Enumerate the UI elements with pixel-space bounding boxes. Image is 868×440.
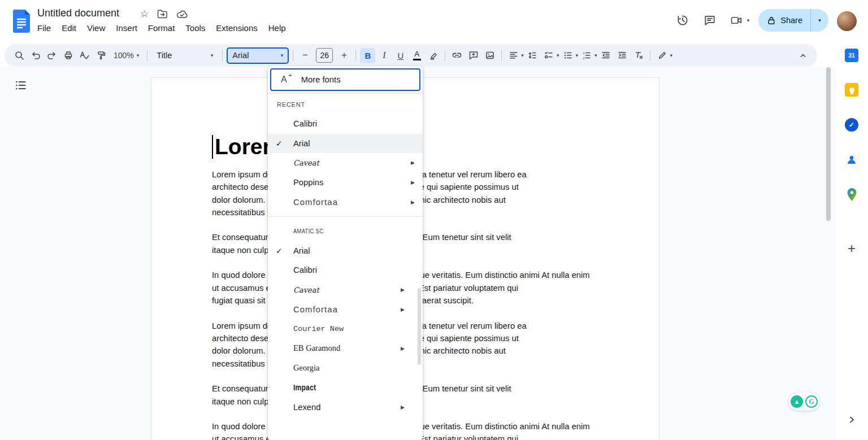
font-menu-item[interactable]: ✓ Comfortaa ▶ (268, 192, 423, 212)
font-menu-item[interactable]: ✓ Courier New ▶ (268, 319, 423, 339)
style-value: Title (157, 51, 172, 60)
menu-item[interactable]: Edit (62, 23, 76, 33)
version-history-icon[interactable] (674, 11, 692, 29)
share-button[interactable]: Share ▾ (758, 9, 828, 32)
menu-item[interactable]: Help (268, 23, 286, 33)
increase-indent-icon[interactable] (614, 48, 630, 63)
chevron-down-icon: ▾ (594, 53, 597, 58)
undo-icon[interactable] (28, 48, 43, 63)
paint-format-icon[interactable] (93, 48, 108, 63)
decrease-font-size-button[interactable]: − (297, 48, 313, 63)
font-name: Impact (293, 383, 316, 392)
get-addons-icon[interactable]: + (845, 242, 858, 255)
font-menu-item[interactable]: ✓ Calibri ▶ (268, 260, 423, 280)
font-menu-item[interactable]: ✓ Amatic SC ▶ (268, 221, 423, 241)
join-call-button[interactable]: ▾ (728, 11, 750, 29)
cloud-status-icon[interactable] (176, 10, 188, 19)
font-menu-item[interactable]: ✓ Poppins ▶ (268, 173, 423, 193)
font-name: Georgia (293, 363, 319, 373)
font-menu-item[interactable]: ✓ Arial ▶ (268, 134, 423, 154)
font-menu-item[interactable]: ✓ Lexend ▶ (268, 397, 423, 417)
insert-link-icon[interactable] (449, 48, 465, 63)
checklist-select[interactable]: ▾ (541, 48, 559, 63)
submenu-arrow-icon: ▶ (401, 287, 405, 293)
star-icon[interactable]: ☆ (140, 9, 149, 19)
google-docs-app: Untitled document ☆ FileEditViewInsertFo… (0, 0, 868, 440)
account-avatar[interactable] (837, 11, 857, 31)
chevron-down-icon: ▾ (747, 18, 750, 23)
spellcheck-icon[interactable] (77, 48, 92, 63)
font-name: Courier New (293, 325, 344, 333)
chevron-down-icon: ▾ (137, 53, 140, 58)
maps-icon[interactable] (845, 188, 858, 201)
menu-item[interactable]: File (37, 23, 51, 33)
font-name: Comfortaa (293, 198, 338, 207)
clear-formatting-icon[interactable] (631, 48, 646, 63)
dropdown-scrollbar[interactable] (418, 288, 421, 365)
menu-item[interactable]: View (87, 23, 105, 33)
insert-image-icon[interactable] (482, 48, 497, 63)
move-folder-icon[interactable] (157, 9, 168, 19)
font-menu-item[interactable]: ✓ EB Garamond ▶ (268, 339, 423, 359)
share-dropdown-button[interactable]: ▾ (810, 9, 828, 32)
numbered-list-select[interactable]: 12 ▾ (579, 48, 597, 63)
paragraph-style-select[interactable]: Title ▾ (151, 48, 218, 63)
font-menu-item[interactable]: ✓ Impact ▶ (268, 378, 423, 398)
font-name: Amatic SC (293, 228, 323, 234)
keep-icon[interactable] (845, 83, 858, 97)
submenu-arrow-icon: ▶ (401, 307, 405, 312)
zoom-select[interactable]: 100% ▾ (110, 48, 143, 63)
search-menus-icon[interactable] (11, 48, 27, 63)
font-family-select[interactable]: Arial ▾ (227, 47, 289, 64)
font-menu-item[interactable]: ✓ Caveat ▶ (268, 153, 423, 173)
add-comment-icon[interactable] (466, 48, 481, 63)
redo-icon[interactable] (44, 48, 59, 63)
tasks-icon[interactable]: ✓ (845, 118, 858, 132)
submenu-arrow-icon: ▶ (411, 160, 415, 165)
video-camera-icon (728, 11, 746, 29)
calendar-icon[interactable]: 31 (845, 49, 858, 62)
contacts-icon[interactable] (845, 153, 858, 167)
document-title[interactable]: Untitled document (37, 7, 119, 19)
font-size-input[interactable]: 26 (316, 48, 333, 63)
grammarly-widget[interactable]: ▲ G (789, 393, 819, 411)
font-menu-item[interactable]: ✓ Arial ▶ (268, 241, 423, 261)
menu-item[interactable]: Extensions (216, 23, 257, 33)
underline-button[interactable]: U (393, 48, 408, 63)
svg-text:1: 1 (583, 51, 585, 55)
decrease-indent-icon[interactable] (598, 48, 613, 63)
bulleted-list-select[interactable]: ▾ (560, 48, 578, 63)
font-menu-item[interactable]: ✓ Caveat ▶ (268, 280, 423, 300)
docs-logo-icon[interactable] (13, 10, 30, 33)
font-dropdown-menu: A+ More fonts RECENT ✓ Calibri ▶ ✓ Arial… (268, 66, 423, 440)
italic-button[interactable]: I (376, 48, 392, 63)
font-menu-item[interactable]: ✓ Calibri ▶ (268, 114, 423, 134)
chevron-down-icon: ▾ (281, 53, 284, 58)
highlight-color-icon[interactable] (426, 48, 441, 63)
font-name: Comfortaa (293, 305, 338, 314)
text-color-button[interactable]: A (409, 48, 424, 63)
grammarly-suggestion-icon[interactable]: ▲ (791, 395, 803, 408)
print-icon[interactable] (60, 48, 76, 63)
bold-button[interactable]: B (360, 48, 375, 63)
hide-menus-icon[interactable] (795, 48, 810, 63)
comments-icon[interactable] (701, 11, 719, 29)
submenu-arrow-icon: ▶ (411, 180, 415, 185)
menu-item[interactable]: Tools (185, 23, 205, 33)
show-outline-icon[interactable] (15, 80, 27, 91)
font-menu-item[interactable]: ✓ Comfortaa ▶ (268, 299, 423, 319)
font-menu-item[interactable]: ✓ Georgia ▶ (268, 358, 423, 378)
align-select[interactable]: ▾ (506, 48, 524, 63)
menu-item[interactable]: Format (148, 23, 175, 33)
grammarly-g-icon[interactable]: G (805, 395, 818, 408)
menu-item[interactable]: Insert (116, 23, 137, 33)
align-left-icon (506, 48, 521, 63)
chevron-down-icon: ▾ (521, 53, 524, 58)
show-side-panel-icon[interactable] (845, 413, 858, 426)
line-spacing-icon[interactable] (525, 48, 540, 63)
editing-mode-select[interactable]: ▾ (654, 48, 672, 63)
font-name: Arial (293, 139, 310, 148)
vertical-scrollbar[interactable] (826, 67, 831, 221)
increase-font-size-button[interactable]: + (336, 48, 351, 63)
more-fonts-item[interactable]: A+ More fonts (270, 68, 420, 91)
